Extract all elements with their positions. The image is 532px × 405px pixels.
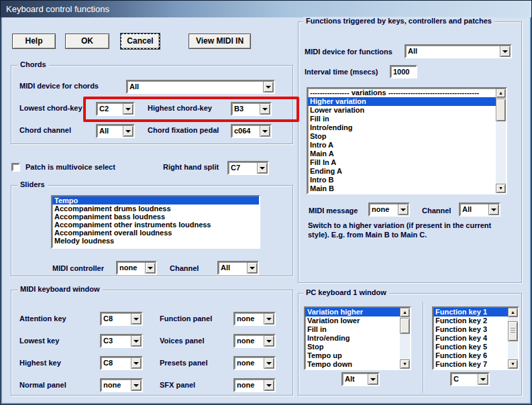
list-item[interactable]: Intro A bbox=[308, 141, 496, 150]
pc-actions-scrollbar[interactable]: ▲ ▼ bbox=[400, 308, 410, 369]
list-item[interactable]: Tempo down bbox=[305, 360, 400, 369]
dropdown-button[interactable] bbox=[145, 262, 156, 274]
multivoice-label: Patch is multivoice select bbox=[25, 163, 115, 171]
midi-device-for-chords-select[interactable]: All bbox=[126, 80, 275, 94]
dropdown-button[interactable] bbox=[264, 380, 274, 391]
functions-list-scrollbar[interactable]: ▲ ▼ bbox=[496, 89, 506, 193]
list-item[interactable]: Accompaniment drums loudness bbox=[52, 205, 259, 213]
chord-channel-select[interactable]: All bbox=[96, 124, 135, 138]
presets-panel-select[interactable]: none bbox=[233, 356, 276, 370]
list-item[interactable]: Intro B bbox=[308, 176, 496, 184]
dropdown-button[interactable] bbox=[500, 46, 511, 57]
list-item[interactable]: Fill in bbox=[308, 115, 496, 123]
dropdown-button[interactable] bbox=[131, 313, 142, 325]
list-item[interactable]: Function key 5 bbox=[433, 343, 508, 351]
lowest-chord-key-select[interactable]: C2 bbox=[96, 102, 135, 116]
chevron-down-icon bbox=[266, 340, 272, 343]
list-item[interactable]: Stop bbox=[305, 343, 400, 351]
normal-panel-select[interactable]: none bbox=[100, 378, 143, 392]
interval-time-input[interactable] bbox=[390, 65, 417, 78]
pc-actions-list[interactable]: Variation higher Variation lower Fill in… bbox=[304, 306, 411, 370]
cancel-button[interactable]: Cancel bbox=[121, 34, 160, 49]
dropdown-button[interactable] bbox=[264, 357, 274, 369]
view-midi-in-button[interactable]: View MIDI IN bbox=[189, 34, 251, 49]
list-item[interactable]: Accompaniment bass loudness bbox=[52, 213, 259, 221]
list-item[interactable]: Stop bbox=[308, 132, 496, 141]
list-item[interactable]: Function key 1 bbox=[433, 308, 508, 316]
dropdown-button[interactable] bbox=[257, 162, 268, 174]
pc-modifier-select[interactable]: Alt bbox=[341, 372, 380, 386]
chord-fixation-pedal-select[interactable]: c064 bbox=[231, 124, 272, 138]
list-item[interactable]: Intro/ending bbox=[308, 123, 496, 132]
sfx-panel-select[interactable]: none bbox=[233, 378, 276, 392]
highest-key-label: Highest key bbox=[19, 359, 61, 367]
attention-key-select[interactable]: C8 bbox=[100, 312, 143, 326]
list-item[interactable]: Tempo up bbox=[305, 351, 400, 360]
list-item[interactable]: Function key 7 bbox=[433, 360, 508, 369]
list-item[interactable]: Variation higher bbox=[305, 308, 400, 316]
dropdown-button[interactable] bbox=[398, 204, 409, 215]
dropdown-button[interactable] bbox=[123, 125, 134, 137]
list-item[interactable]: Fill In A bbox=[308, 158, 496, 167]
list-item[interactable]: Function key 6 bbox=[433, 351, 508, 360]
list-item[interactable]: Lower variation bbox=[308, 106, 496, 115]
list-item[interactable]: Fill in bbox=[305, 325, 400, 334]
list-item[interactable]: Intro/ending bbox=[305, 334, 400, 343]
scroll-down-icon[interactable]: ▼ bbox=[508, 359, 518, 369]
scroll-down-icon[interactable]: ▼ bbox=[400, 359, 410, 369]
list-item[interactable]: Accompaniment overall loudness bbox=[52, 229, 259, 237]
functions-list[interactable]: ---------------- variations ------------… bbox=[307, 87, 507, 194]
midi-device-for-functions-select[interactable]: All bbox=[405, 44, 512, 58]
help-button[interactable]: Help bbox=[12, 34, 56, 49]
dropdown-button[interactable] bbox=[368, 373, 378, 385]
list-item[interactable]: Melody loudness bbox=[52, 237, 259, 245]
scrollbar-thumb[interactable] bbox=[508, 321, 518, 341]
dropdown-button[interactable] bbox=[247, 262, 258, 274]
midi-controller-select[interactable]: none bbox=[116, 261, 157, 275]
dropdown-button[interactable] bbox=[131, 335, 142, 347]
function-panel-select[interactable]: none bbox=[233, 312, 276, 326]
ok-button[interactable]: OK bbox=[65, 34, 109, 49]
list-item[interactable]: Accompaniment other instruments loudness bbox=[52, 221, 259, 229]
dropdown-button[interactable] bbox=[260, 103, 270, 115]
list-item[interactable]: Ending A bbox=[308, 167, 496, 176]
dropdown-button[interactable] bbox=[263, 81, 274, 93]
list-item[interactable]: Higher variation bbox=[308, 97, 496, 106]
list-item[interactable]: Function key 3 bbox=[433, 325, 508, 334]
sliders-list[interactable]: Tempo Accompaniment drums loudness Accom… bbox=[51, 195, 260, 249]
sliders-channel-select[interactable]: All bbox=[217, 261, 259, 275]
chevron-down-icon bbox=[491, 209, 496, 211]
titlebar[interactable]: Keyboard control functions bbox=[1, 1, 531, 17]
dropdown-button[interactable] bbox=[260, 125, 270, 137]
scroll-up-icon[interactable]: ▲ bbox=[508, 308, 518, 317]
list-item[interactable]: Variation lower bbox=[305, 316, 400, 325]
highest-chord-key-select[interactable]: B3 bbox=[231, 102, 272, 116]
list-item[interactable]: Function key 4 bbox=[433, 334, 508, 343]
pc-keys-list[interactable]: Function key 1 Function key 2 Function k… bbox=[432, 306, 519, 370]
list-item[interactable]: Main B bbox=[308, 184, 496, 193]
multivoice-checkbox[interactable] bbox=[11, 163, 20, 172]
list-item[interactable]: Function key 2 bbox=[433, 316, 508, 325]
voices-panel-select[interactable]: none bbox=[233, 334, 276, 348]
list-item[interactable]: Main A bbox=[308, 150, 496, 158]
scrollbar-thumb[interactable] bbox=[400, 318, 410, 334]
dropdown-button[interactable] bbox=[264, 335, 274, 347]
pc-keys-scrollbar[interactable]: ▲ ▼ bbox=[508, 308, 518, 369]
list-item[interactable]: Tempo bbox=[52, 196, 259, 205]
pc-key-select[interactable]: C bbox=[450, 372, 490, 386]
lowest-key-select[interactable]: C3 bbox=[100, 334, 143, 348]
scroll-up-icon[interactable]: ▲ bbox=[400, 308, 410, 317]
scrollbar-thumb[interactable] bbox=[496, 99, 506, 121]
dropdown-button[interactable] bbox=[131, 380, 142, 391]
highest-key-select[interactable]: C8 bbox=[100, 356, 143, 370]
right-hand-split-select[interactable]: C7 bbox=[227, 161, 269, 175]
dropdown-button[interactable] bbox=[488, 204, 499, 215]
dropdown-button[interactable] bbox=[123, 103, 134, 115]
dropdown-button[interactable] bbox=[131, 357, 142, 369]
scroll-up-icon[interactable]: ▲ bbox=[496, 89, 506, 98]
dropdown-button[interactable] bbox=[264, 313, 274, 325]
functions-channel-select[interactable]: All bbox=[459, 202, 500, 217]
dropdown-button[interactable] bbox=[478, 373, 488, 385]
midi-message-select[interactable]: none bbox=[368, 202, 410, 217]
scroll-down-icon[interactable]: ▼ bbox=[496, 184, 506, 193]
